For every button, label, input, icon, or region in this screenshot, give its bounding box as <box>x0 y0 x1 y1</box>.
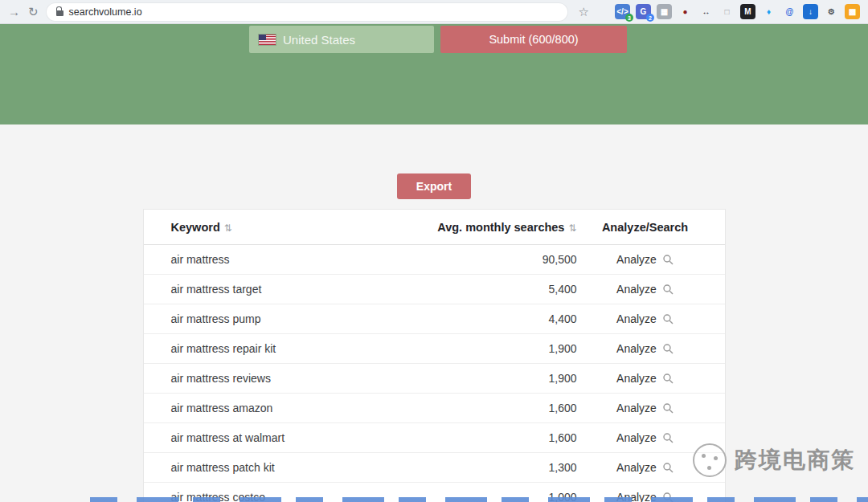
analyze-label: Analyze <box>616 283 657 296</box>
extension-icon[interactable]: G 2 <box>636 4 651 19</box>
magnifier-icon <box>662 373 674 384</box>
extension-glyph: ● <box>682 7 687 16</box>
magnifier-icon <box>662 343 674 354</box>
extension-icon[interactable]: M <box>740 4 755 19</box>
volume-column-label: Avg. monthly searches <box>437 221 564 234</box>
analyze-label: Analyze <box>616 342 657 355</box>
table-row: air mattress reviews 1,900 Analyze <box>144 364 725 394</box>
keyword-cell: air mattress amazon <box>171 402 416 414</box>
results-table: Keyword⇅ Avg. monthly searches⇅ Analyze/… <box>143 209 726 502</box>
sort-icon[interactable]: ⇅ <box>568 222 576 234</box>
table-row: air mattress repair kit 1,900 Analyze <box>144 334 725 364</box>
lock-icon <box>56 10 63 16</box>
reload-icon[interactable]: ↻ <box>28 6 39 18</box>
magnifier-icon <box>662 313 674 324</box>
volume-cell: 90,500 <box>416 253 577 266</box>
column-header-analyze: Analyze/Search <box>577 221 714 234</box>
analyze-label: Analyze <box>616 253 657 266</box>
extension-icon[interactable]: </> 3 <box>615 4 630 19</box>
analyze-label: Analyze <box>616 461 657 474</box>
column-header-volume: Avg. monthly searches⇅ <box>416 221 577 234</box>
analyze-link[interactable]: Analyze <box>577 431 714 444</box>
analyze-link[interactable]: Analyze <box>577 402 714 414</box>
extension-glyph: ↔ <box>702 7 710 16</box>
bookmark-star-icon[interactable]: ☆ <box>579 5 589 19</box>
keyword-column-label: Keyword <box>171 221 220 234</box>
extension-icon[interactable]: ♦ <box>761 4 776 19</box>
table-row: air mattress 90,500 Analyze <box>144 245 725 275</box>
extension-icon[interactable]: ▩ <box>845 4 860 19</box>
extension-glyph: ↓ <box>809 7 813 16</box>
keyword-cell: air mattress pump <box>171 312 416 325</box>
table-row: air mattress target 5,400 Analyze <box>144 275 725 304</box>
analyze-link[interactable]: Analyze <box>577 342 714 355</box>
cutoff-text-row <box>90 497 868 502</box>
extension-icon[interactable]: ● <box>678 4 693 19</box>
country-selector[interactable]: United States <box>249 26 434 53</box>
extension-icon[interactable]: @ <box>782 4 797 19</box>
extension-badge: 2 <box>646 14 654 22</box>
volume-cell: 1,600 <box>416 431 577 444</box>
analyze-link[interactable]: Analyze <box>577 283 714 296</box>
browser-toolbar: → ↻ searchvolume.io ☆ </> 3 G 2 ▦ ● ↔ □ … <box>0 0 868 24</box>
extension-icon[interactable]: ↔ <box>698 4 714 19</box>
column-header-keyword: Keyword⇅ <box>171 221 416 234</box>
keyword-cell: air mattress repair kit <box>171 342 416 355</box>
extension-glyph: ▦ <box>661 7 668 16</box>
analyze-link[interactable]: Analyze <box>577 253 714 266</box>
table-row: air mattress patch kit 1,300 Analyze <box>144 453 725 483</box>
extension-glyph: ▩ <box>849 7 856 16</box>
analyze-link[interactable]: Analyze <box>577 461 714 474</box>
hero-section: United States Submit (600/800) <box>0 24 868 124</box>
magnifier-icon <box>662 254 674 265</box>
extension-glyph: @ <box>786 7 794 16</box>
table-header-row: Keyword⇅ Avg. monthly searches⇅ Analyze/… <box>144 210 725 245</box>
volume-cell: 5,400 <box>416 283 577 296</box>
forward-icon[interactable]: → <box>8 6 20 18</box>
submit-button[interactable]: Submit (600/800) <box>440 26 627 53</box>
table-row: air mattress pump 4,400 Analyze <box>144 304 725 334</box>
analyze-label: Analyze <box>616 402 657 414</box>
address-bar[interactable]: searchvolume.io <box>47 3 567 21</box>
table-row: air mattress amazon 1,600 Analyze <box>144 394 725 423</box>
extension-icon[interactable]: ▦ <box>657 4 672 19</box>
analyze-link[interactable]: Analyze <box>577 372 714 385</box>
us-flag-icon <box>259 35 276 45</box>
country-label: United States <box>283 33 355 47</box>
analyze-label: Analyze <box>616 431 657 444</box>
magnifier-icon <box>662 402 674 414</box>
keyword-cell: air mattress target <box>171 283 416 296</box>
volume-cell: 1,900 <box>416 342 577 355</box>
extension-glyph: ⚙ <box>828 7 835 16</box>
volume-cell: 1,900 <box>416 372 577 385</box>
magnifier-icon <box>662 284 674 295</box>
extension-icon[interactable]: ⚙ <box>824 4 839 19</box>
results-section: Export Keyword⇅ Avg. monthly searches⇅ A… <box>0 173 868 502</box>
extension-icon[interactable]: ↓ <box>803 4 818 19</box>
keyword-cell: air mattress reviews <box>171 372 416 385</box>
magnifier-icon <box>662 432 674 443</box>
volume-cell: 4,400 <box>416 312 577 325</box>
magnifier-icon <box>662 462 674 473</box>
extension-icon[interactable]: □ <box>719 4 735 19</box>
keyword-cell: air mattress <box>171 253 416 266</box>
keyword-cell: air mattress at walmart <box>171 431 416 444</box>
extensions-area: </> 3 G 2 ▦ ● ↔ □ M ♦ @ ↓ ⚙ <box>615 4 860 19</box>
volume-cell: 1,600 <box>416 402 577 414</box>
sort-icon[interactable]: ⇅ <box>224 222 232 234</box>
extension-badge: 3 <box>625 14 633 22</box>
table-row: air mattress at walmart 1,600 Analyze <box>144 423 725 453</box>
keyword-cell: air mattress patch kit <box>171 461 416 474</box>
analyze-label: Analyze <box>616 372 657 385</box>
analyze-link[interactable]: Analyze <box>577 312 714 325</box>
analyze-label: Analyze <box>616 312 657 325</box>
extension-glyph: ♦ <box>767 7 771 16</box>
extension-glyph: □ <box>724 7 729 16</box>
volume-cell: 1,300 <box>416 461 577 474</box>
export-button[interactable]: Export <box>397 173 471 199</box>
extension-glyph: M <box>744 7 751 16</box>
table-body: air mattress 90,500 Analyze air mattress… <box>144 245 725 502</box>
url-text: searchvolume.io <box>69 6 142 18</box>
extension-glyph: G <box>641 7 647 16</box>
